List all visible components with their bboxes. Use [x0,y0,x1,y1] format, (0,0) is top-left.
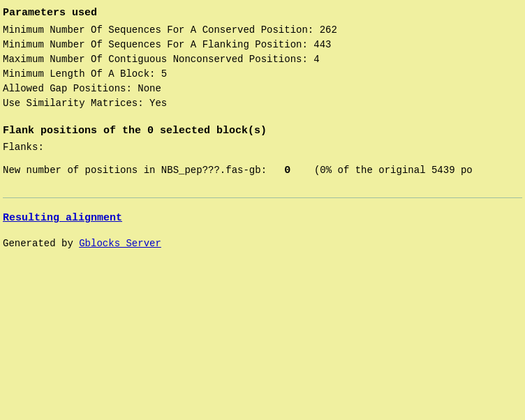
flank-title: Flank positions of the 0 selected block(… [3,125,522,137]
parameters-section: Parameters used Minimum Number Of Sequen… [3,7,522,111]
param-line-2: Minimum Number Of Sequences For A Flanki… [3,38,522,52]
param-line-4: Minimum Length Of A Block: 5 [3,67,522,82]
flank-section: Flank positions of the 0 selected block(… [3,125,522,177]
new-number-line: New number of positions in NBS_pep???.fa… [3,165,522,177]
generated-by-line: Generated by Gblocks Server [3,238,522,249]
param-line-6: Use Similarity Matrices: Yes [3,96,522,111]
new-number-value: 0 [284,165,290,177]
generated-text: Generated by [3,238,79,249]
gblocks-server-link[interactable]: Gblocks Server [79,238,161,249]
new-number-suffix: (0% of the original 5439 po [314,165,473,176]
new-number-prefix: New number of positions in NBS_pep???.fa… [3,165,267,176]
param-line-1: Minimum Number Of Sequences For A Conser… [3,23,522,38]
resulting-alignment-link[interactable]: Resulting alignment [3,212,522,224]
flanks-label: Flanks: [3,140,522,155]
param-line-5: Allowed Gap Positions: None [3,82,522,96]
parameters-title: Parameters used [3,7,522,19]
section-divider [3,197,522,198]
param-line-3: Maximum Number Of Contiguous Nonconserve… [3,52,522,67]
